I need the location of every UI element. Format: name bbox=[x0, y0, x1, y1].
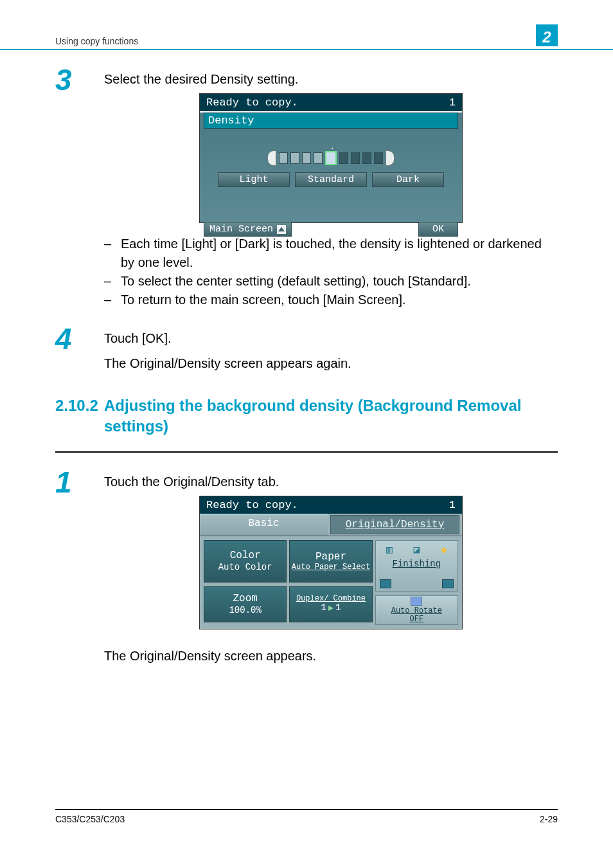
density-screenshot: Ready to copy. 1 Density bbox=[199, 93, 463, 223]
bullet-2: To select the center setting (default se… bbox=[121, 272, 471, 291]
color-label: Color bbox=[206, 549, 285, 562]
ok-button[interactable]: OK bbox=[418, 222, 458, 237]
layout-icon-2 bbox=[442, 579, 454, 588]
duplex-button[interactable]: Duplex/ Combine 11 bbox=[289, 586, 372, 622]
density-indicator bbox=[325, 151, 337, 165]
fold-icon: ◆ bbox=[441, 543, 447, 556]
bullet-1: Each time [Light] or [Dark] is touched, … bbox=[121, 235, 558, 272]
basic-count: 1 bbox=[449, 499, 456, 511]
header-title: Using copy functions bbox=[55, 36, 138, 46]
footer-page: 2-29 bbox=[540, 814, 558, 824]
zoom-button[interactable]: Zoom 100.0% bbox=[204, 586, 287, 622]
basic-screenshot: Ready to copy. 1 Basic Original/Density … bbox=[199, 496, 463, 629]
chapter-number: 2 bbox=[536, 24, 558, 46]
finishing-icons: ▥◪◆ bbox=[376, 543, 458, 556]
standard-button[interactable]: Standard bbox=[295, 172, 367, 187]
step3-number: 3 bbox=[55, 67, 104, 223]
section-heading: 2.10.2 Adjusting the background density … bbox=[55, 395, 558, 437]
tab-basic[interactable]: Basic bbox=[200, 514, 328, 536]
section-rule bbox=[55, 451, 558, 453]
arrow-right-icon bbox=[328, 606, 333, 611]
main-screen-label: Main Screen bbox=[209, 224, 273, 235]
staple-icon: ▥ bbox=[386, 543, 393, 556]
step1-number: 1 bbox=[55, 469, 104, 665]
duplex-value: 11 bbox=[291, 602, 370, 614]
layout-icon-1 bbox=[380, 579, 391, 588]
paper-value: Auto Paper Select bbox=[291, 563, 370, 572]
density-count: 1 bbox=[449, 96, 456, 109]
step1-text: Touch the Original/Density tab. bbox=[104, 473, 558, 491]
zoom-value: 100.0% bbox=[206, 605, 285, 617]
page-footer: C353/C253/C203 2-29 bbox=[55, 809, 558, 824]
scale-knob-left-icon bbox=[267, 150, 276, 166]
return-icon bbox=[277, 225, 286, 234]
rotate-icon bbox=[411, 597, 422, 606]
finishing-button[interactable]: ▥◪◆ Finishing bbox=[375, 540, 458, 592]
zoom-label: Zoom bbox=[206, 592, 285, 605]
finishing-label: Finishing bbox=[393, 559, 441, 569]
section-title-text: Adjusting the background density (Backgr… bbox=[104, 395, 558, 437]
main-screen-button[interactable]: Main Screen bbox=[204, 222, 292, 237]
light-button[interactable]: Light bbox=[218, 172, 290, 187]
bullet-3: To return to the main screen, touch [Mai… bbox=[121, 291, 406, 309]
paper-label: Paper bbox=[291, 550, 370, 563]
density-status: Ready to copy. bbox=[206, 96, 298, 109]
density-title: Density bbox=[204, 113, 458, 129]
duplex-label: Duplex/ Combine bbox=[291, 595, 370, 603]
page-icon: ◪ bbox=[413, 543, 420, 556]
dark-button[interactable]: Dark bbox=[372, 172, 444, 187]
scale-knob-right-icon bbox=[386, 150, 395, 166]
color-value: Auto Color bbox=[206, 562, 285, 574]
auto-rotate-button[interactable]: Auto Rotate OFF bbox=[375, 595, 458, 625]
after-step1: The Original/Density screen appears. bbox=[104, 647, 558, 665]
step4-sub: The Original/Density screen appears agai… bbox=[104, 355, 558, 372]
auto-rotate-label: Auto Rotate OFF bbox=[391, 607, 442, 623]
step4-number: 4 bbox=[55, 326, 104, 372]
footer-model: C353/C253/C203 bbox=[55, 814, 125, 824]
section-number: 2.10.2 bbox=[55, 395, 104, 437]
color-button[interactable]: Color Auto Color bbox=[204, 540, 287, 583]
tab-original-density[interactable]: Original/Density bbox=[330, 515, 459, 534]
step4-text: Touch [OK]. bbox=[104, 330, 558, 347]
step3-text: Select the desired Density setting. bbox=[104, 71, 558, 88]
paper-button[interactable]: Paper Auto Paper Select bbox=[289, 540, 372, 583]
basic-status: Ready to copy. bbox=[206, 499, 298, 511]
page-header: Using copy functions 2 bbox=[0, 0, 613, 50]
density-scale bbox=[204, 129, 458, 166]
